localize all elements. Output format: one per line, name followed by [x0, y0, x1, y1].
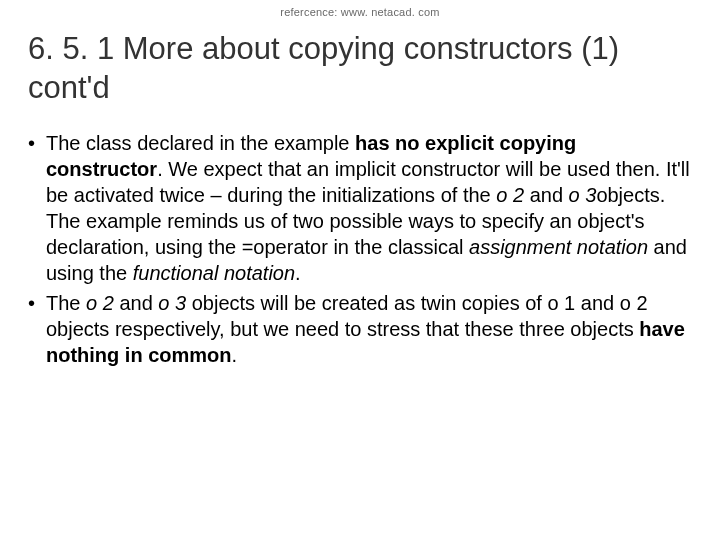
slide-title: 6. 5. 1 More about copying constructors …	[28, 30, 692, 108]
bullet-item: The class declared in the example has no…	[28, 130, 692, 286]
text-segment-italic: functional notation	[133, 262, 295, 284]
slide: refercence: www. netacad. com 6. 5. 1 Mo…	[0, 0, 720, 540]
reference-text: refercence: www. netacad. com	[28, 0, 692, 18]
text-segment: .	[295, 262, 301, 284]
text-segment-italic: o 3	[569, 184, 597, 206]
text-segment: The class declared in the example	[46, 132, 355, 154]
text-segment-italic: o 2	[86, 292, 114, 314]
bullet-list: The class declared in the example has no…	[28, 130, 692, 368]
text-segment-italic: o 3	[158, 292, 186, 314]
text-segment-italic: assignment notation	[469, 236, 648, 258]
text-segment: The	[46, 292, 86, 314]
text-segment-italic: o 2	[496, 184, 524, 206]
text-segment: .	[232, 344, 238, 366]
text-segment: and	[524, 184, 568, 206]
slide-content: The class declared in the example has no…	[28, 130, 692, 368]
text-segment: and	[114, 292, 158, 314]
bullet-item: The o 2 and o 3 objects will be created …	[28, 290, 692, 368]
